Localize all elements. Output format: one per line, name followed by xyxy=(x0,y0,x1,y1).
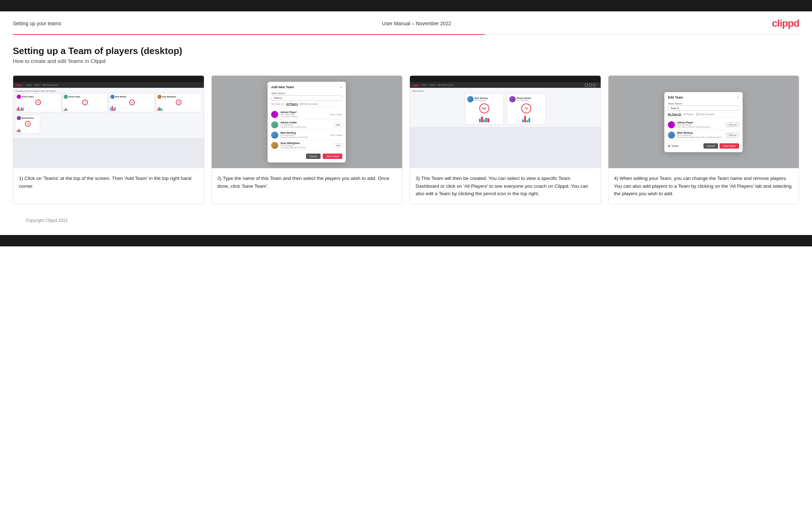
top-bar xyxy=(0,0,812,11)
modal4-delete-button[interactable]: Delete xyxy=(671,145,679,147)
modal4-title: Edit Team xyxy=(668,96,683,99)
modal2-team-name-label: Team Name * xyxy=(271,92,342,95)
card-4: Edit Team × Team Name * Team A My Team (… xyxy=(608,75,800,204)
card-1-text: 1) Click on 'Teams' at the top of the sc… xyxy=(13,168,204,204)
modal2-save-button[interactable]: Save Team xyxy=(323,154,342,159)
header-left-text: Setting up your teams xyxy=(13,21,61,26)
tab-my-team[interactable]: My Team (2) xyxy=(271,103,284,106)
card-2: Add New Team × Team Name * Team A My Tea… xyxy=(211,75,403,204)
remove-button-blair[interactable]: Remove xyxy=(726,133,739,137)
card-3-screenshot: clippd Home Teams My Performance × Playe… xyxy=(410,76,601,168)
copyright-text: Copyright Clippd 2021 xyxy=(26,218,68,223)
edit-team-modal: Edit Team × Team Name * Team A My Team (… xyxy=(664,92,743,152)
footer: Copyright Clippd 2021 xyxy=(13,213,799,228)
modal2-team-name-input[interactable]: Team A xyxy=(271,95,342,101)
card-4-mock: Edit Team × Team Name * Team A My Team (… xyxy=(608,76,799,168)
card-3-text: 3) This Team will then be created. You c… xyxy=(410,168,601,204)
header: Setting up your teams User Manual – Nove… xyxy=(0,11,812,34)
card-2-mock: Add New Team × Team Name * Team A My Tea… xyxy=(212,76,402,168)
player-row-dave-billingham: Dave Billingham 3.5 HandicapThe Dog Mapi… xyxy=(271,140,342,151)
page-content: Setting up a Team of players (desktop) H… xyxy=(0,35,812,235)
cards-row: clippd Home Teams My Performance Showing… xyxy=(13,75,799,204)
player-row-adrian-coliba: Adrian Coliba 1.5 HandicapCentral London… xyxy=(271,120,342,130)
player-row-blair-mcharg: Blair McHarg Plus HandicapRoyal North De… xyxy=(271,130,342,140)
modal2-player-list: Adrian Player Plus HandicapThe Shire Lon… xyxy=(271,110,342,151)
modal4-tabs: My Team (2) All Players Filter by name xyxy=(668,113,739,118)
modal2-cancel-button[interactable]: Cancel xyxy=(306,154,321,159)
tab-all-players[interactable]: All Players xyxy=(286,103,298,106)
modal2-footer: Cancel Save Team xyxy=(271,154,342,159)
card-2-text: 2) Type the name of this Team and then s… xyxy=(212,168,402,204)
header-center-text: User Manual – November 2022 xyxy=(382,21,452,26)
modal4-cancel-button[interactable]: Cancel xyxy=(703,143,718,149)
remove-button-adrian[interactable]: Remove xyxy=(726,123,739,127)
modal4-footer: 🗑 Delete Cancel Save Team xyxy=(668,143,739,149)
edit-player-row-adrian: Adrian Player Plus HandicapThe Shire Lon… xyxy=(668,120,739,130)
tab-filter-by-name[interactable]: Filter by name xyxy=(300,103,318,106)
modal4-close-icon[interactable]: × xyxy=(737,96,739,100)
card-2-screenshot: Add New Team × Team Name * Team A My Tea… xyxy=(212,76,402,168)
card-1-screenshot: clippd Home Teams My Performance Showing… xyxy=(13,76,204,168)
tab4-all-players[interactable]: All Players xyxy=(683,113,694,116)
brand-logo: clippd xyxy=(772,18,799,29)
modal2-close-icon[interactable]: × xyxy=(340,85,342,89)
add-button-billingham[interactable]: Add xyxy=(334,143,343,148)
page-subtitle: How to create and edit Teams in Clippd xyxy=(13,58,799,64)
modal2-tabs: My Team (2) All Players Filter by name xyxy=(271,103,342,107)
modal4-team-name-label: Team Name * xyxy=(668,102,739,105)
modal4-player-list: Adrian Player Plus HandicapThe Shire Lon… xyxy=(668,120,739,140)
card-4-text: 4) When editing your Team, you can chang… xyxy=(608,168,799,204)
add-new-team-modal: Add New Team × Team Name * Team A My Tea… xyxy=(268,82,346,162)
page-title: Setting up a Team of players (desktop) xyxy=(13,46,799,57)
card-4-screenshot: Edit Team × Team Name * Team A My Team (… xyxy=(608,76,799,168)
modal4-save-button[interactable]: Save Team xyxy=(719,143,739,149)
bottom-bar xyxy=(0,235,812,246)
tab4-my-team[interactable]: My Team (2) xyxy=(668,113,681,116)
player-row-adrian-player: Adrian Player Plus HandicapThe Shire Lon… xyxy=(271,110,342,120)
modal4-team-name-input[interactable]: Team A xyxy=(668,106,739,111)
card-3: clippd Home Teams My Performance × Playe… xyxy=(410,75,601,204)
tab4-filter-by-name[interactable]: Filter by name xyxy=(696,113,714,116)
card-1: clippd Home Teams My Performance Showing… xyxy=(13,75,204,204)
edit-player-row-blair: Blair McHarg Plus HandicapRoyal North De… xyxy=(668,130,739,140)
add-button-coliba[interactable]: Add xyxy=(334,123,343,127)
modal2-title: Add New Team xyxy=(271,85,294,89)
